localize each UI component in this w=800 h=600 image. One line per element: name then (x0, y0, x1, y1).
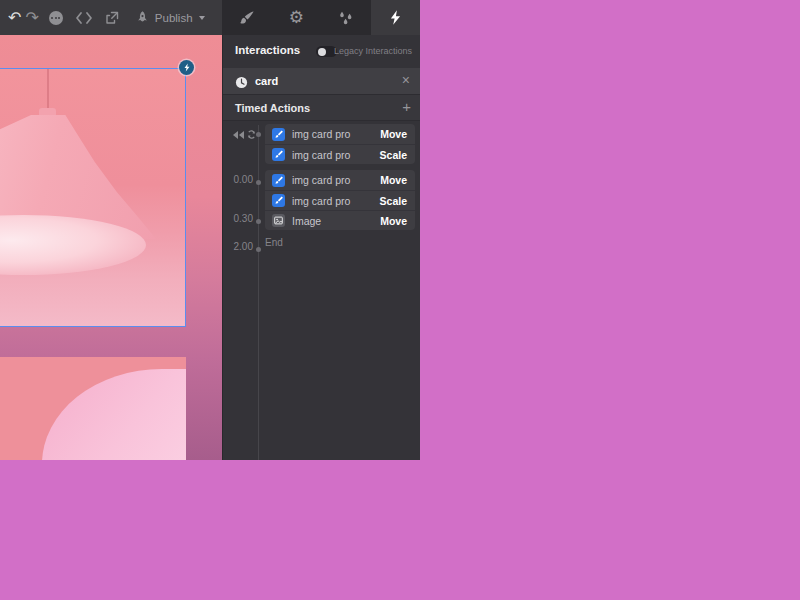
action-group-start: img card pro Move img card pro Scale (265, 124, 415, 164)
timeline-dot (256, 132, 261, 137)
tab-interactions[interactable] (371, 0, 421, 35)
timeline-marker-controls[interactable] (233, 129, 256, 140)
lightning-bolt-icon (184, 63, 190, 72)
action-row[interactable]: img card pro Move (265, 124, 415, 144)
tab-style-brush[interactable] (222, 0, 272, 35)
timeline: 0.00 0.30 2.00 img card pro Move (223, 121, 420, 460)
selected-item-label: card (255, 75, 278, 87)
timed-actions-header: Timed Actions + (223, 95, 420, 121)
legacy-interactions-label: Legacy Interactions (334, 46, 412, 56)
timeline-ruler (258, 125, 259, 460)
action-group-timed: img card pro Move img card pro Scale (265, 170, 415, 230)
timeline-end-label: End (265, 237, 283, 248)
action-row[interactable]: img card pro Scale (265, 144, 415, 164)
design-canvas[interactable] (0, 35, 222, 460)
time-label-0: 0.00 (225, 174, 253, 185)
brush-icon (239, 10, 255, 26)
rewind-icon (233, 131, 244, 139)
publish-button[interactable]: Publish (136, 11, 205, 25)
panel-tabs: ⚙ (222, 0, 420, 35)
action-type: Move (380, 215, 407, 227)
timeline-dot (256, 247, 261, 252)
rocket-icon (136, 11, 149, 25)
layer-name: img card pro (292, 195, 350, 207)
drops-icon (338, 10, 354, 26)
image-layer-icon (272, 214, 285, 227)
lightning-icon (390, 10, 401, 25)
card-image-bottom-shape (42, 369, 186, 460)
panel-title: Interactions (235, 44, 300, 56)
code-preview-icon[interactable] (76, 6, 92, 30)
action-type: Move (380, 128, 407, 140)
toolbar-left-tools: ↶ ↷ Publish (0, 0, 222, 35)
selected-item-row[interactable]: card × (223, 68, 420, 95)
brush-layer-icon (272, 174, 285, 187)
interactions-panel: Interactions Legacy Interactions card × … (222, 35, 420, 460)
card-image-bottom[interactable] (0, 357, 186, 460)
action-row[interactable]: Image Move (265, 210, 415, 230)
layer-name: img card pro (292, 174, 350, 186)
tab-effects[interactable] (321, 0, 371, 35)
layer-name: Image (292, 215, 321, 227)
lamp-image (0, 68, 186, 327)
layer-name: img card pro (292, 149, 350, 161)
toggle-knob (318, 48, 326, 56)
comments-icon[interactable] (49, 6, 76, 30)
desktop-background: ↶ ↷ Publish (0, 0, 800, 600)
action-type: Scale (380, 149, 407, 161)
timed-actions-title: Timed Actions (235, 102, 310, 114)
publish-label: Publish (155, 12, 193, 24)
share-icon[interactable] (105, 6, 119, 30)
action-type: Move (380, 174, 407, 186)
undo-icon[interactable]: ↶ (8, 6, 21, 30)
time-label-1: 0.30 (225, 213, 253, 224)
toolbar: ↶ ↷ Publish (0, 0, 420, 35)
clock-icon (235, 75, 248, 93)
time-label-2: 2.00 (225, 241, 253, 252)
add-action-icon[interactable]: + (402, 99, 411, 114)
app-window: ↶ ↷ Publish (0, 0, 420, 460)
loop-icon (247, 129, 256, 140)
brush-layer-icon (272, 148, 285, 161)
action-row[interactable]: img card pro Scale (265, 190, 415, 210)
brush-layer-icon (272, 194, 285, 207)
brush-layer-icon (272, 128, 285, 141)
interaction-badge[interactable] (179, 60, 194, 75)
tab-settings[interactable]: ⚙ (272, 0, 322, 35)
timeline-dot (256, 180, 261, 185)
action-row[interactable]: img card pro Move (265, 170, 415, 190)
timeline-dot (256, 219, 261, 224)
selected-image-card[interactable] (0, 68, 186, 327)
layer-name: img card pro (292, 128, 350, 140)
action-type: Scale (380, 195, 407, 207)
redo-icon[interactable]: ↷ (25, 6, 38, 30)
panel-header: Interactions Legacy Interactions (223, 35, 420, 68)
close-icon[interactable]: × (402, 73, 410, 87)
gear-icon: ⚙ (289, 9, 304, 26)
chevron-down-icon (199, 16, 205, 20)
comments-icon-circle (49, 11, 63, 25)
lamp-cord (47, 69, 49, 111)
